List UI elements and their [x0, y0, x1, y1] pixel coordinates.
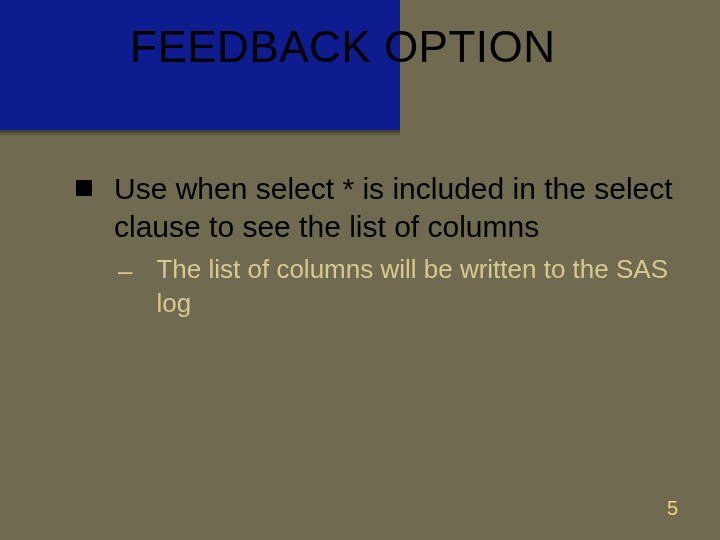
slide-content: Use when select * is included in the sel… [76, 170, 680, 321]
slide-title: FEEDBACK OPTION [130, 22, 556, 72]
slide: FEEDBACK OPTION Use when select * is inc… [0, 0, 720, 540]
bullet-item: Use when select * is included in the sel… [76, 170, 680, 245]
sub-bullet-item: – The list of columns will be written to… [118, 253, 680, 321]
sub-bullet-text: The list of columns will be written to t… [156, 253, 680, 321]
page-number: 5 [667, 497, 678, 520]
square-bullet-icon [76, 180, 92, 196]
title-band-shadow [0, 130, 400, 136]
bullet-text: Use when select * is included in the sel… [114, 170, 680, 245]
dash-bullet-icon: – [118, 255, 132, 288]
